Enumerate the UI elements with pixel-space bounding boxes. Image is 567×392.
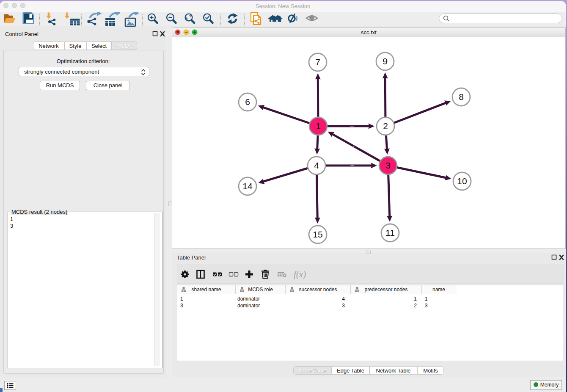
- svg-text:2: 2: [383, 121, 388, 131]
- svg-text:8: 8: [459, 92, 464, 102]
- svg-text:15: 15: [313, 229, 322, 239]
- svg-text:6: 6: [245, 97, 250, 107]
- svg-text:10: 10: [457, 176, 467, 186]
- svg-text:f(x): f(x): [294, 269, 306, 279]
- svg-text:11: 11: [385, 228, 395, 237]
- svg-text:3: 3: [385, 160, 391, 170]
- svg-text:1: 1: [316, 121, 321, 131]
- svg-text:4: 4: [314, 160, 319, 170]
- svg-text:7: 7: [315, 57, 320, 67]
- svg-text:9: 9: [383, 56, 388, 66]
- svg-text:14: 14: [242, 181, 253, 191]
